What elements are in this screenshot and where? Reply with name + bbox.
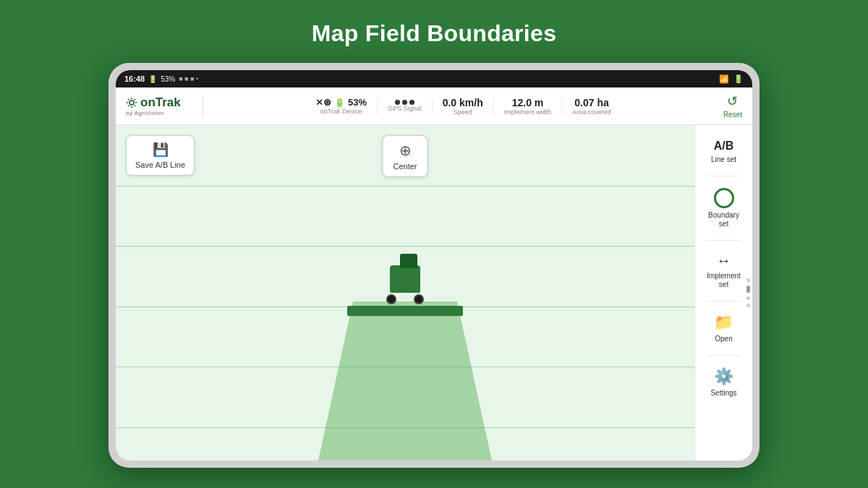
sidebar-divider-3 xyxy=(707,301,741,301)
scroll-dot-1 xyxy=(746,278,750,282)
reset-button[interactable]: ↺ Reset xyxy=(723,93,742,119)
implement-label: Implement width xyxy=(504,108,552,116)
scroll-dot-3 xyxy=(746,296,750,300)
area-stat: 0.07 ha Area covered xyxy=(562,97,621,116)
scroll-dot-2 xyxy=(746,286,750,293)
reset-label: Reset xyxy=(723,111,742,119)
ab-line-label: Line set xyxy=(711,155,736,164)
implement-icon: ↔ xyxy=(717,252,731,269)
sidebar-item-open[interactable]: 📁 Open xyxy=(695,306,752,351)
speed-stat: 0.0 km/h Speed xyxy=(433,97,494,116)
scroll-dot-4 xyxy=(746,304,750,307)
wifi-icon: 📶 xyxy=(719,74,729,84)
gps-dot-3 xyxy=(409,100,414,105)
page-title: Map Field Boundaries xyxy=(312,20,556,47)
sidebar-divider-1 xyxy=(707,176,741,176)
save-ab-label: Save A/B Line xyxy=(135,160,185,169)
speed-value: 0.0 km/h xyxy=(443,97,483,108)
center-button[interactable]: ⊕ Center xyxy=(382,135,427,177)
reset-icon: ↺ xyxy=(727,93,738,109)
sidebar-divider-4 xyxy=(707,355,741,356)
sidebar-divider-2 xyxy=(707,240,741,241)
device-icons: ⨯⊛ 🔋 53% xyxy=(315,97,367,108)
sidebar-item-settings[interactable]: ⚙️ Settings xyxy=(695,360,752,405)
main-area: 💾 Save A/B Line ⊕ Center A/B Line set xyxy=(116,125,752,461)
save-ab-icon: 💾 xyxy=(153,142,169,158)
header-stats: ⨯⊛ 🔋 53% onTrak Device xyxy=(215,97,712,116)
gps-dot-2 xyxy=(402,100,407,105)
open-label: Open xyxy=(715,335,732,343)
area-label: Area covered xyxy=(572,108,611,116)
implement-stat: 12.0 m Implement width xyxy=(494,97,563,116)
right-sidebar: A/B Line set Boundaryset ↔ Implementset xyxy=(694,125,752,461)
sidebar-item-implement[interactable]: ↔ Implementset xyxy=(695,245,752,296)
gps-dots xyxy=(395,100,414,105)
battery-icon: 🔋 xyxy=(148,75,157,83)
speed-label: Speed xyxy=(454,108,472,116)
bluetooth-icon: ⨯⊛ xyxy=(315,97,331,108)
gps-label: GPS Signal xyxy=(388,105,422,112)
tractor xyxy=(383,265,427,316)
boundary-label: Boundaryset xyxy=(708,211,739,228)
logo-ontrak: onTrak xyxy=(126,95,191,110)
app-header: onTrak by AgriVision ⨯⊛ 🔋 53% onTrak Dev… xyxy=(116,87,752,125)
area-value: 0.07 ha xyxy=(574,97,608,108)
gps-stat: GPS Signal xyxy=(378,100,433,112)
status-time: 16:48 xyxy=(124,74,145,83)
battery-percent: 53% xyxy=(161,75,175,83)
status-bar: 16:48 🔋 53% ■ ■ ■ • 📶 🔋 xyxy=(116,70,752,87)
status-indicators: ■ ■ ■ • xyxy=(179,75,198,82)
gps-dot-1 xyxy=(395,100,400,105)
svg-point-0 xyxy=(129,100,134,105)
map-area: 💾 Save A/B Line ⊕ Center xyxy=(116,125,694,461)
field-line-1 xyxy=(116,186,694,187)
field-line-2 xyxy=(116,246,694,247)
center-label: Center xyxy=(393,162,417,171)
tractor-cab xyxy=(400,254,417,268)
tractor-implement xyxy=(347,306,463,316)
tablet-screen: 16:48 🔋 53% ■ ■ ■ • 📶 🔋 onTrak xyxy=(116,70,752,461)
boundary-circle xyxy=(714,188,734,208)
tractor-wheel-right xyxy=(414,294,424,304)
boundary-icon xyxy=(714,188,734,208)
open-folder-icon: 📁 xyxy=(714,313,733,332)
tractor-body xyxy=(390,265,420,293)
logo-gear-icon xyxy=(126,97,137,108)
battery-status-icon: 🔋 xyxy=(733,74,744,84)
battery-percent-header: 53% xyxy=(348,97,367,108)
logo-sub: by AgriVision xyxy=(126,110,191,116)
header-divider-1 xyxy=(203,95,203,117)
tractor-wheel-left xyxy=(386,294,396,304)
gps-dots-container xyxy=(395,100,414,105)
battery-icon-header: 🔋 xyxy=(334,98,345,108)
settings-gear-icon: ⚙️ xyxy=(714,367,733,386)
scroll-dots xyxy=(746,278,750,307)
implement-label: Implementset xyxy=(707,272,741,289)
device-label: onTrak Device xyxy=(320,108,362,115)
center-icon: ⊕ xyxy=(399,142,412,159)
status-right: 📶 🔋 xyxy=(719,74,744,84)
status-left: 16:48 🔋 53% ■ ■ ■ • xyxy=(124,74,198,83)
tablet-frame: 16:48 🔋 53% ■ ■ ■ • 📶 🔋 onTrak xyxy=(109,63,760,468)
implement-value: 12.0 m xyxy=(512,97,544,108)
save-ab-button[interactable]: 💾 Save A/B Line xyxy=(126,135,195,176)
ab-line-icon: A/B xyxy=(714,140,734,153)
sidebar-item-boundary[interactable]: Boundaryset xyxy=(695,181,752,236)
device-stat: ⨯⊛ 🔋 53% onTrak Device xyxy=(305,97,378,115)
settings-label: Settings xyxy=(710,389,736,398)
logo-area: onTrak by AgriVision xyxy=(126,95,191,116)
tractor-wheels xyxy=(386,294,424,304)
sidebar-item-ab-line[interactable]: A/B Line set xyxy=(695,132,752,171)
logo-text: onTrak xyxy=(140,95,181,110)
